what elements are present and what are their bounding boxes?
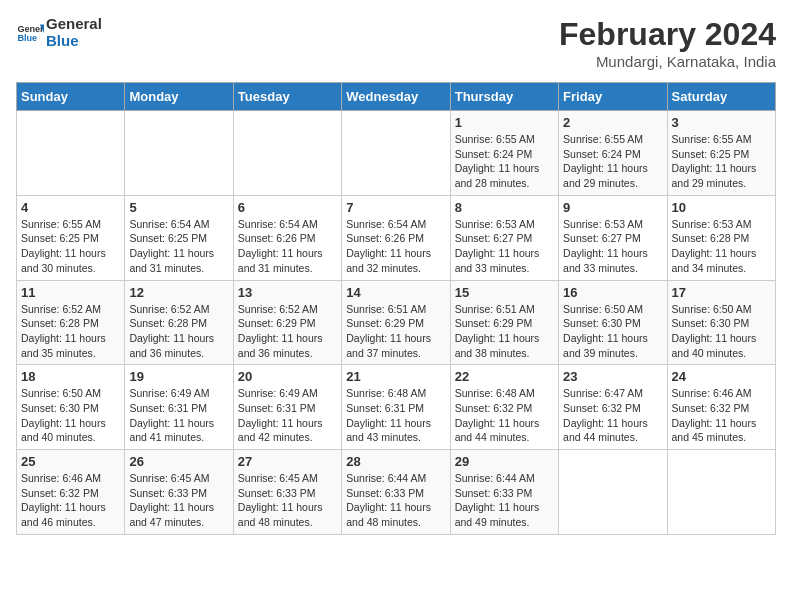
- calendar-day-cell: 26Sunrise: 6:45 AMSunset: 6:33 PMDayligh…: [125, 450, 233, 535]
- day-info: Sunrise: 6:54 AMSunset: 6:26 PMDaylight:…: [238, 217, 337, 276]
- calendar-day-cell: [125, 111, 233, 196]
- weekday-header-wednesday: Wednesday: [342, 83, 450, 111]
- weekday-header-friday: Friday: [559, 83, 667, 111]
- day-number: 26: [129, 454, 228, 469]
- calendar-header: General Blue General Blue February 2024 …: [16, 16, 776, 70]
- svg-text:General: General: [17, 23, 44, 33]
- weekday-header-sunday: Sunday: [17, 83, 125, 111]
- weekday-header-monday: Monday: [125, 83, 233, 111]
- day-info: Sunrise: 6:45 AMSunset: 6:33 PMDaylight:…: [238, 471, 337, 530]
- calendar-day-cell: 27Sunrise: 6:45 AMSunset: 6:33 PMDayligh…: [233, 450, 341, 535]
- day-info: Sunrise: 6:50 AMSunset: 6:30 PMDaylight:…: [563, 302, 662, 361]
- day-info: Sunrise: 6:51 AMSunset: 6:29 PMDaylight:…: [346, 302, 445, 361]
- logo: General Blue General Blue: [16, 16, 102, 49]
- day-info: Sunrise: 6:44 AMSunset: 6:33 PMDaylight:…: [346, 471, 445, 530]
- calendar-day-cell: [559, 450, 667, 535]
- day-info: Sunrise: 6:48 AMSunset: 6:31 PMDaylight:…: [346, 386, 445, 445]
- calendar-day-cell: 3Sunrise: 6:55 AMSunset: 6:25 PMDaylight…: [667, 111, 775, 196]
- day-number: 12: [129, 285, 228, 300]
- day-number: 24: [672, 369, 771, 384]
- calendar-day-cell: 7Sunrise: 6:54 AMSunset: 6:26 PMDaylight…: [342, 195, 450, 280]
- day-info: Sunrise: 6:55 AMSunset: 6:24 PMDaylight:…: [455, 132, 554, 191]
- logo-general: General: [46, 16, 102, 33]
- calendar-day-cell: 15Sunrise: 6:51 AMSunset: 6:29 PMDayligh…: [450, 280, 558, 365]
- day-number: 14: [346, 285, 445, 300]
- day-info: Sunrise: 6:51 AMSunset: 6:29 PMDaylight:…: [455, 302, 554, 361]
- day-number: 20: [238, 369, 337, 384]
- day-number: 22: [455, 369, 554, 384]
- calendar-week-row: 1Sunrise: 6:55 AMSunset: 6:24 PMDaylight…: [17, 111, 776, 196]
- calendar-day-cell: 6Sunrise: 6:54 AMSunset: 6:26 PMDaylight…: [233, 195, 341, 280]
- calendar-day-cell: 19Sunrise: 6:49 AMSunset: 6:31 PMDayligh…: [125, 365, 233, 450]
- day-number: 1: [455, 115, 554, 130]
- calendar-day-cell: 14Sunrise: 6:51 AMSunset: 6:29 PMDayligh…: [342, 280, 450, 365]
- calendar-day-cell: 4Sunrise: 6:55 AMSunset: 6:25 PMDaylight…: [17, 195, 125, 280]
- day-info: Sunrise: 6:54 AMSunset: 6:26 PMDaylight:…: [346, 217, 445, 276]
- day-number: 23: [563, 369, 662, 384]
- calendar-day-cell: [667, 450, 775, 535]
- calendar-day-cell: 13Sunrise: 6:52 AMSunset: 6:29 PMDayligh…: [233, 280, 341, 365]
- weekday-header-saturday: Saturday: [667, 83, 775, 111]
- calendar-day-cell: 22Sunrise: 6:48 AMSunset: 6:32 PMDayligh…: [450, 365, 558, 450]
- day-number: 25: [21, 454, 120, 469]
- calendar-day-cell: 1Sunrise: 6:55 AMSunset: 6:24 PMDaylight…: [450, 111, 558, 196]
- day-info: Sunrise: 6:53 AMSunset: 6:27 PMDaylight:…: [455, 217, 554, 276]
- calendar-header-row: SundayMondayTuesdayWednesdayThursdayFrid…: [17, 83, 776, 111]
- day-number: 5: [129, 200, 228, 215]
- day-number: 3: [672, 115, 771, 130]
- day-number: 10: [672, 200, 771, 215]
- calendar-body: 1Sunrise: 6:55 AMSunset: 6:24 PMDaylight…: [17, 111, 776, 535]
- day-number: 6: [238, 200, 337, 215]
- weekday-header-thursday: Thursday: [450, 83, 558, 111]
- day-number: 11: [21, 285, 120, 300]
- calendar-day-cell: 5Sunrise: 6:54 AMSunset: 6:25 PMDaylight…: [125, 195, 233, 280]
- calendar-day-cell: [233, 111, 341, 196]
- day-number: 19: [129, 369, 228, 384]
- calendar-day-cell: 9Sunrise: 6:53 AMSunset: 6:27 PMDaylight…: [559, 195, 667, 280]
- day-info: Sunrise: 6:46 AMSunset: 6:32 PMDaylight:…: [672, 386, 771, 445]
- month-year-title: February 2024: [559, 16, 776, 53]
- day-info: Sunrise: 6:54 AMSunset: 6:25 PMDaylight:…: [129, 217, 228, 276]
- title-area: February 2024 Mundargi, Karnataka, India: [559, 16, 776, 70]
- calendar-day-cell: 18Sunrise: 6:50 AMSunset: 6:30 PMDayligh…: [17, 365, 125, 450]
- calendar-day-cell: 10Sunrise: 6:53 AMSunset: 6:28 PMDayligh…: [667, 195, 775, 280]
- calendar-day-cell: 2Sunrise: 6:55 AMSunset: 6:24 PMDaylight…: [559, 111, 667, 196]
- location-subtitle: Mundargi, Karnataka, India: [559, 53, 776, 70]
- calendar-day-cell: 17Sunrise: 6:50 AMSunset: 6:30 PMDayligh…: [667, 280, 775, 365]
- calendar-day-cell: [17, 111, 125, 196]
- day-info: Sunrise: 6:52 AMSunset: 6:28 PMDaylight:…: [129, 302, 228, 361]
- weekday-header-tuesday: Tuesday: [233, 83, 341, 111]
- day-number: 2: [563, 115, 662, 130]
- day-number: 9: [563, 200, 662, 215]
- day-info: Sunrise: 6:55 AMSunset: 6:25 PMDaylight:…: [21, 217, 120, 276]
- day-number: 21: [346, 369, 445, 384]
- calendar-week-row: 18Sunrise: 6:50 AMSunset: 6:30 PMDayligh…: [17, 365, 776, 450]
- calendar-day-cell: 20Sunrise: 6:49 AMSunset: 6:31 PMDayligh…: [233, 365, 341, 450]
- calendar-day-cell: 12Sunrise: 6:52 AMSunset: 6:28 PMDayligh…: [125, 280, 233, 365]
- day-number: 29: [455, 454, 554, 469]
- calendar-day-cell: 21Sunrise: 6:48 AMSunset: 6:31 PMDayligh…: [342, 365, 450, 450]
- day-number: 4: [21, 200, 120, 215]
- logo-icon: General Blue: [16, 19, 44, 47]
- calendar-day-cell: 25Sunrise: 6:46 AMSunset: 6:32 PMDayligh…: [17, 450, 125, 535]
- calendar-day-cell: 28Sunrise: 6:44 AMSunset: 6:33 PMDayligh…: [342, 450, 450, 535]
- calendar-week-row: 25Sunrise: 6:46 AMSunset: 6:32 PMDayligh…: [17, 450, 776, 535]
- day-info: Sunrise: 6:50 AMSunset: 6:30 PMDaylight:…: [21, 386, 120, 445]
- day-number: 27: [238, 454, 337, 469]
- day-number: 13: [238, 285, 337, 300]
- calendar-day-cell: [342, 111, 450, 196]
- day-info: Sunrise: 6:47 AMSunset: 6:32 PMDaylight:…: [563, 386, 662, 445]
- day-info: Sunrise: 6:52 AMSunset: 6:29 PMDaylight:…: [238, 302, 337, 361]
- day-info: Sunrise: 6:50 AMSunset: 6:30 PMDaylight:…: [672, 302, 771, 361]
- calendar-table: SundayMondayTuesdayWednesdayThursdayFrid…: [16, 82, 776, 535]
- day-info: Sunrise: 6:44 AMSunset: 6:33 PMDaylight:…: [455, 471, 554, 530]
- day-info: Sunrise: 6:48 AMSunset: 6:32 PMDaylight:…: [455, 386, 554, 445]
- calendar-day-cell: 23Sunrise: 6:47 AMSunset: 6:32 PMDayligh…: [559, 365, 667, 450]
- day-info: Sunrise: 6:45 AMSunset: 6:33 PMDaylight:…: [129, 471, 228, 530]
- day-info: Sunrise: 6:55 AMSunset: 6:25 PMDaylight:…: [672, 132, 771, 191]
- calendar-day-cell: 8Sunrise: 6:53 AMSunset: 6:27 PMDaylight…: [450, 195, 558, 280]
- day-info: Sunrise: 6:49 AMSunset: 6:31 PMDaylight:…: [238, 386, 337, 445]
- day-number: 8: [455, 200, 554, 215]
- calendar-day-cell: 29Sunrise: 6:44 AMSunset: 6:33 PMDayligh…: [450, 450, 558, 535]
- day-number: 15: [455, 285, 554, 300]
